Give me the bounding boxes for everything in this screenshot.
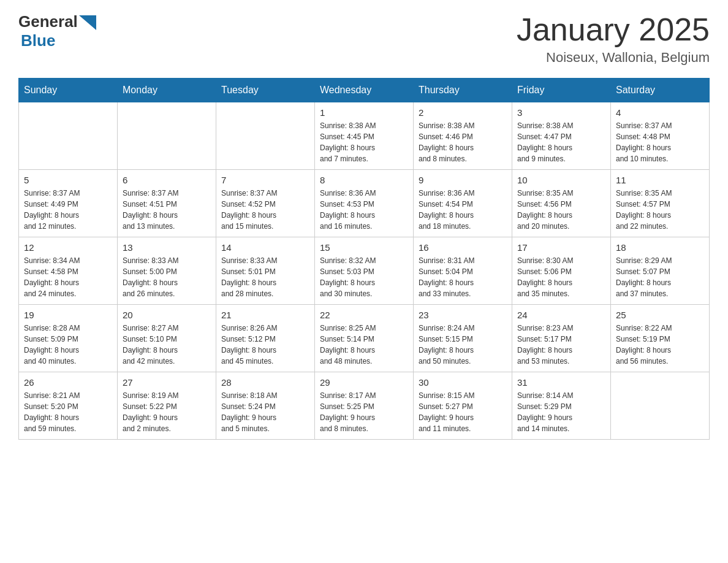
calendar-cell: 23Sunrise: 8:24 AM Sunset: 5:15 PM Dayli… (414, 305, 512, 372)
calendar-cell: 26Sunrise: 8:21 AM Sunset: 5:20 PM Dayli… (19, 372, 118, 440)
day-number: 25 (616, 310, 704, 320)
day-info: Sunrise: 8:18 AM Sunset: 5:24 PM Dayligh… (221, 390, 309, 434)
day-info: Sunrise: 8:28 AM Sunset: 5:09 PM Dayligh… (24, 323, 112, 367)
day-number: 12 (24, 242, 112, 253)
day-info: Sunrise: 8:35 AM Sunset: 4:57 PM Dayligh… (616, 188, 704, 232)
day-number: 23 (419, 310, 507, 320)
calendar-cell: 2Sunrise: 8:38 AM Sunset: 4:46 PM Daylig… (414, 102, 512, 170)
calendar-table: SundayMondayTuesdayWednesdayThursdayFrid… (18, 78, 710, 440)
day-info: Sunrise: 8:15 AM Sunset: 5:27 PM Dayligh… (419, 390, 507, 434)
day-info: Sunrise: 8:37 AM Sunset: 4:48 PM Dayligh… (616, 120, 704, 164)
calendar-cell: 10Sunrise: 8:35 AM Sunset: 4:56 PM Dayli… (512, 170, 611, 237)
day-number: 4 (616, 107, 704, 118)
calendar-cell: 18Sunrise: 8:29 AM Sunset: 5:07 PM Dayli… (611, 237, 710, 305)
day-number: 9 (419, 175, 507, 185)
day-info: Sunrise: 8:31 AM Sunset: 5:04 PM Dayligh… (419, 255, 507, 299)
calendar-cell: 6Sunrise: 8:37 AM Sunset: 4:51 PM Daylig… (118, 170, 216, 237)
calendar-week-row: 26Sunrise: 8:21 AM Sunset: 5:20 PM Dayli… (19, 372, 710, 440)
day-number: 21 (221, 310, 309, 320)
day-info: Sunrise: 8:23 AM Sunset: 5:17 PM Dayligh… (517, 323, 605, 367)
day-number: 14 (221, 242, 309, 253)
calendar-cell: 1Sunrise: 8:38 AM Sunset: 4:45 PM Daylig… (315, 102, 414, 170)
calendar-cell: 9Sunrise: 8:36 AM Sunset: 4:54 PM Daylig… (414, 170, 512, 237)
day-number: 31 (517, 377, 605, 388)
calendar-cell: 8Sunrise: 8:36 AM Sunset: 4:53 PM Daylig… (315, 170, 414, 237)
calendar-cell: 29Sunrise: 8:17 AM Sunset: 5:25 PM Dayli… (315, 372, 414, 440)
day-info: Sunrise: 8:17 AM Sunset: 5:25 PM Dayligh… (320, 390, 408, 434)
day-info: Sunrise: 8:33 AM Sunset: 5:01 PM Dayligh… (221, 255, 309, 299)
day-header-friday: Friday (512, 79, 611, 102)
logo-general-text: General (18, 12, 78, 31)
calendar-cell (611, 372, 710, 440)
calendar-cell (216, 102, 315, 170)
calendar-cell: 15Sunrise: 8:32 AM Sunset: 5:03 PM Dayli… (315, 237, 414, 305)
day-number: 27 (123, 377, 211, 388)
day-number: 1 (320, 107, 408, 118)
day-number: 13 (123, 242, 211, 253)
calendar-cell: 19Sunrise: 8:28 AM Sunset: 5:09 PM Dayli… (19, 305, 118, 372)
day-info: Sunrise: 8:32 AM Sunset: 5:03 PM Dayligh… (320, 255, 408, 299)
day-info: Sunrise: 8:19 AM Sunset: 5:22 PM Dayligh… (123, 390, 211, 434)
calendar-week-row: 1Sunrise: 8:38 AM Sunset: 4:45 PM Daylig… (19, 102, 710, 170)
day-number: 10 (517, 175, 605, 185)
calendar-cell: 28Sunrise: 8:18 AM Sunset: 5:24 PM Dayli… (216, 372, 315, 440)
calendar-cell: 3Sunrise: 8:38 AM Sunset: 4:47 PM Daylig… (512, 102, 611, 170)
day-info: Sunrise: 8:38 AM Sunset: 4:46 PM Dayligh… (419, 120, 507, 164)
day-number: 16 (419, 242, 507, 253)
day-number: 24 (517, 310, 605, 320)
day-header-sunday: Sunday (19, 79, 118, 102)
day-number: 18 (616, 242, 704, 253)
day-number: 30 (419, 377, 507, 388)
calendar-cell: 5Sunrise: 8:37 AM Sunset: 4:49 PM Daylig… (19, 170, 118, 237)
calendar-cell: 13Sunrise: 8:33 AM Sunset: 5:00 PM Dayli… (118, 237, 216, 305)
day-info: Sunrise: 8:37 AM Sunset: 4:49 PM Dayligh… (24, 188, 112, 232)
day-number: 19 (24, 310, 112, 320)
day-info: Sunrise: 8:22 AM Sunset: 5:19 PM Dayligh… (616, 323, 704, 367)
day-info: Sunrise: 8:29 AM Sunset: 5:07 PM Dayligh… (616, 255, 704, 299)
calendar-cell: 21Sunrise: 8:26 AM Sunset: 5:12 PM Dayli… (216, 305, 315, 372)
day-header-thursday: Thursday (414, 79, 512, 102)
day-info: Sunrise: 8:36 AM Sunset: 4:53 PM Dayligh… (320, 188, 408, 232)
day-info: Sunrise: 8:37 AM Sunset: 4:52 PM Dayligh… (221, 188, 309, 232)
day-number: 17 (517, 242, 605, 253)
day-number: 22 (320, 310, 408, 320)
day-info: Sunrise: 8:38 AM Sunset: 4:47 PM Dayligh… (517, 120, 605, 164)
day-info: Sunrise: 8:27 AM Sunset: 5:10 PM Dayligh… (123, 323, 211, 367)
day-number: 28 (221, 377, 309, 388)
day-number: 3 (517, 107, 605, 118)
calendar-cell: 20Sunrise: 8:27 AM Sunset: 5:10 PM Dayli… (118, 305, 216, 372)
day-number: 29 (320, 377, 408, 388)
calendar-cell: 12Sunrise: 8:34 AM Sunset: 4:58 PM Dayli… (19, 237, 118, 305)
day-info: Sunrise: 8:25 AM Sunset: 5:14 PM Dayligh… (320, 323, 408, 367)
day-number: 15 (320, 242, 408, 253)
logo: General Blue (18, 12, 96, 50)
calendar-cell: 11Sunrise: 8:35 AM Sunset: 4:57 PM Dayli… (611, 170, 710, 237)
calendar-cell: 16Sunrise: 8:31 AM Sunset: 5:04 PM Dayli… (414, 237, 512, 305)
calendar-cell: 27Sunrise: 8:19 AM Sunset: 5:22 PM Dayli… (118, 372, 216, 440)
title-area: January 2025 Noiseux, Wallonia, Belgium (517, 12, 710, 66)
day-info: Sunrise: 8:37 AM Sunset: 4:51 PM Dayligh… (123, 188, 211, 232)
calendar-cell: 30Sunrise: 8:15 AM Sunset: 5:27 PM Dayli… (414, 372, 512, 440)
calendar-cell: 17Sunrise: 8:30 AM Sunset: 5:06 PM Dayli… (512, 237, 611, 305)
day-info: Sunrise: 8:24 AM Sunset: 5:15 PM Dayligh… (419, 323, 507, 367)
calendar-cell: 4Sunrise: 8:37 AM Sunset: 4:48 PM Daylig… (611, 102, 710, 170)
day-number: 7 (221, 175, 309, 185)
day-number: 20 (123, 310, 211, 320)
calendar-cell: 24Sunrise: 8:23 AM Sunset: 5:17 PM Dayli… (512, 305, 611, 372)
day-number: 26 (24, 377, 112, 388)
day-number: 2 (419, 107, 507, 118)
day-number: 6 (123, 175, 211, 185)
day-info: Sunrise: 8:26 AM Sunset: 5:12 PM Dayligh… (221, 323, 309, 367)
day-number: 8 (320, 175, 408, 185)
day-info: Sunrise: 8:35 AM Sunset: 4:56 PM Dayligh… (517, 188, 605, 232)
calendar-cell: 7Sunrise: 8:37 AM Sunset: 4:52 PM Daylig… (216, 170, 315, 237)
page-header: General Blue January 2025 Noiseux, Wallo… (18, 12, 710, 66)
calendar-cell: 22Sunrise: 8:25 AM Sunset: 5:14 PM Dayli… (315, 305, 414, 372)
day-number: 11 (616, 175, 704, 185)
day-info: Sunrise: 8:21 AM Sunset: 5:20 PM Dayligh… (24, 390, 112, 434)
calendar-week-row: 5Sunrise: 8:37 AM Sunset: 4:49 PM Daylig… (19, 170, 710, 237)
calendar-week-row: 12Sunrise: 8:34 AM Sunset: 4:58 PM Dayli… (19, 237, 710, 305)
svg-marker-0 (79, 15, 96, 30)
logo-blue-text: Blue (21, 31, 55, 50)
calendar-cell (19, 102, 118, 170)
